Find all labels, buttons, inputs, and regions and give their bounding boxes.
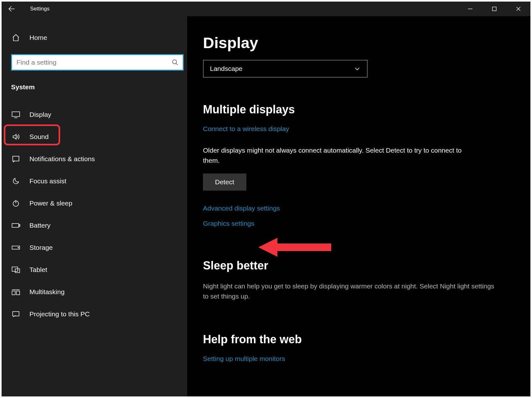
svg-line-5 <box>176 63 178 65</box>
maximize-icon <box>492 6 497 11</box>
sidebar-item-label: Focus assist <box>29 177 66 185</box>
main-content: Display Landscape Multiple displays Conn… <box>187 16 530 396</box>
minimize-button[interactable] <box>458 2 482 16</box>
help-link-multiple-monitors[interactable]: Setting up multiple monitors <box>203 355 285 363</box>
search-input[interactable] <box>12 55 168 70</box>
sidebar-item-label: Battery <box>29 222 51 229</box>
home-icon <box>11 33 21 42</box>
detect-button[interactable]: Detect <box>203 174 246 191</box>
sidebar-item-storage[interactable]: Storage <box>2 237 187 259</box>
sidebar-item-label: Tablet <box>29 266 47 274</box>
projecting-icon <box>11 310 21 319</box>
svg-rect-19 <box>16 291 20 295</box>
tablet-icon <box>11 265 21 274</box>
sound-icon <box>11 132 21 141</box>
sidebar-item-power-sleep[interactable]: Power & sleep <box>2 192 187 214</box>
storage-icon <box>11 243 21 252</box>
svg-point-4 <box>173 60 177 64</box>
sidebar-home-label: Home <box>29 34 47 41</box>
search-box[interactable] <box>11 54 184 71</box>
svg-rect-11 <box>12 224 19 227</box>
back-arrow-icon <box>8 5 15 13</box>
battery-icon <box>11 221 21 230</box>
sidebar-item-label: Power & sleep <box>29 199 72 207</box>
svg-rect-6 <box>12 112 20 117</box>
notifications-icon <box>11 155 21 163</box>
svg-rect-1 <box>492 7 496 11</box>
sidebar-item-battery[interactable]: Battery <box>2 214 187 237</box>
sidebar-item-label: Display <box>29 111 51 118</box>
connect-wireless-display-link[interactable]: Connect to a wireless display <box>203 125 289 133</box>
orientation-dropdown[interactable]: Landscape <box>203 60 368 78</box>
sidebar-item-label: Storage <box>29 244 53 251</box>
svg-rect-18 <box>12 291 15 295</box>
sidebar-item-display[interactable]: Display <box>2 104 187 126</box>
close-button[interactable] <box>506 2 530 16</box>
search-icon <box>168 59 183 66</box>
advanced-display-settings-link[interactable]: Advanced display settings <box>203 205 511 212</box>
sidebar-item-notifications[interactable]: Notifications & actions <box>2 148 187 170</box>
window-title: Settings <box>21 6 49 12</box>
sidebar-item-focus-assist[interactable]: Focus assist <box>2 170 187 192</box>
multitasking-icon <box>11 287 21 296</box>
sidebar-item-tablet[interactable]: Tablet <box>2 259 187 281</box>
multiple-displays-heading: Multiple displays <box>203 103 511 116</box>
power-icon <box>11 199 21 208</box>
svg-point-14 <box>18 247 19 248</box>
back-button[interactable] <box>2 2 21 16</box>
sidebar-item-label: Notifications & actions <box>29 155 95 163</box>
detect-button-label: Detect <box>215 178 234 186</box>
svg-rect-12 <box>19 224 20 226</box>
graphics-settings-link[interactable]: Graphics settings <box>203 220 511 227</box>
sidebar-item-multitasking[interactable]: Multitasking <box>2 281 187 303</box>
page-title: Display <box>203 34 511 52</box>
moon-icon <box>11 177 21 186</box>
svg-rect-16 <box>15 269 20 273</box>
minimize-icon <box>468 6 473 11</box>
chevron-down-icon <box>354 65 361 72</box>
sidebar-home[interactable]: Home <box>2 28 187 47</box>
sidebar: Home System <box>2 16 187 396</box>
maximize-button[interactable] <box>482 2 506 16</box>
detect-hint-text: Older displays might not always connect … <box>203 145 466 165</box>
monitor-icon <box>11 110 21 119</box>
sleep-better-body: Night light can help you get to sleep by… <box>203 281 501 301</box>
svg-rect-20 <box>13 312 19 316</box>
close-icon <box>516 6 521 11</box>
sidebar-category: System <box>2 78 187 96</box>
svg-marker-21 <box>258 238 331 257</box>
orientation-selected: Landscape <box>210 65 243 73</box>
sidebar-item-label: Multitasking <box>29 288 65 296</box>
sidebar-item-label: Projecting to this PC <box>29 310 90 318</box>
sleep-better-heading: Sleep better <box>203 259 511 272</box>
svg-rect-15 <box>12 267 18 271</box>
annotation-arrow <box>258 235 334 260</box>
sidebar-item-sound[interactable]: Sound <box>2 126 187 148</box>
sidebar-item-label: Sound <box>29 133 49 141</box>
sidebar-category-label: System <box>11 83 35 91</box>
titlebar: Settings <box>2 2 530 16</box>
svg-rect-8 <box>13 156 19 161</box>
sidebar-item-projecting[interactable]: Projecting to this PC <box>2 303 187 325</box>
help-heading: Help from the web <box>203 333 511 346</box>
